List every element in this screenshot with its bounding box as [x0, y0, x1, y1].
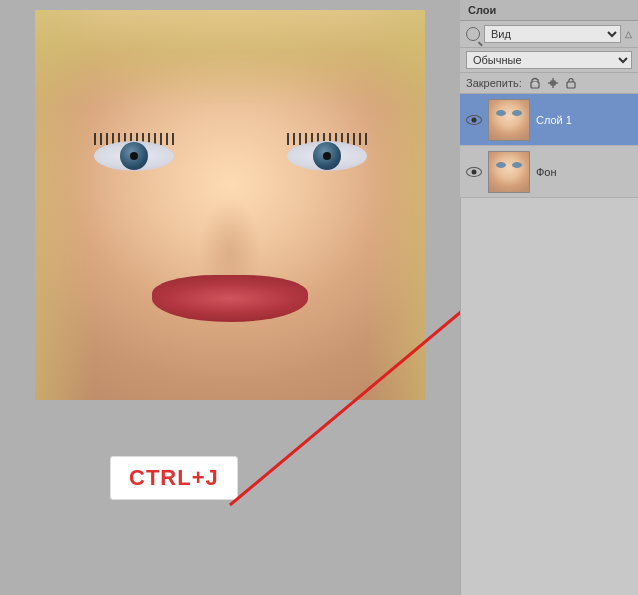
eye-icon-layer-bg: [466, 167, 482, 177]
layer-1-name: Слой 1: [536, 114, 632, 126]
left-eye: [94, 141, 174, 176]
layer-bg-visibility-toggle[interactable]: [466, 166, 482, 178]
layers-header-label: Слои: [468, 4, 496, 16]
layer-row-background[interactable]: Фон: [460, 146, 638, 198]
lips-area: [152, 275, 308, 322]
layer-bg-thumb-face: [489, 152, 529, 192]
photo-container: [35, 10, 425, 400]
layers-search-select[interactable]: Вид: [484, 25, 621, 43]
left-pupil: [120, 142, 148, 170]
hair-left: [35, 10, 94, 400]
lock-position-icon[interactable]: [546, 76, 560, 90]
shortcut-label: CTRL+J: [110, 456, 238, 500]
layer-1-thumb-face: [489, 100, 529, 140]
canvas-area: [0, 0, 460, 595]
layer-bg-thumbnail: [488, 151, 530, 193]
right-pupil: [313, 142, 341, 170]
blend-mode-row: Обычные: [460, 48, 638, 73]
lock-row: Закрепить:: [460, 73, 638, 94]
svg-rect-2: [533, 82, 537, 85]
lock-all-icon[interactable]: [564, 76, 578, 90]
lock-label: Закрепить:: [466, 77, 522, 89]
layer-1-thumb-eyes: [493, 110, 525, 118]
photo-face: [35, 10, 425, 400]
right-eye-white: [287, 141, 367, 171]
eye-icon-layer-1: [466, 115, 482, 125]
lock-pixels-icon[interactable]: [528, 76, 542, 90]
layers-search-row: Вид △: [460, 21, 638, 48]
layer-1-visibility-toggle[interactable]: [466, 114, 482, 126]
layer-row-1[interactable]: Слой 1: [460, 94, 638, 146]
layers-panel: Слои Вид △ Обычные Закрепить:: [460, 0, 638, 198]
hair-right: [367, 10, 426, 400]
layer-bg-thumb-right-eye: [512, 162, 522, 168]
layer-bg-thumb-left-eye: [496, 162, 506, 168]
layer-bg-thumb-eyes: [493, 162, 525, 170]
layer-1-thumb-left-eye: [496, 110, 506, 116]
layer-1-thumb-right-eye: [512, 110, 522, 116]
search-icon: [466, 27, 480, 41]
nose-area: [199, 197, 261, 275]
dropdown-arrow-icon: △: [625, 29, 632, 39]
layer-1-thumbnail: [488, 99, 530, 141]
eyes-area: [94, 119, 367, 197]
left-eye-white: [94, 141, 174, 171]
panels-area: Слои Вид △ Обычные Закрепить:: [460, 0, 638, 595]
lock-icons: [528, 76, 578, 90]
svg-rect-5: [567, 82, 575, 88]
layers-panel-header: Слои: [460, 0, 638, 21]
blend-mode-select[interactable]: Обычные: [466, 51, 632, 69]
layer-bg-name: Фон: [536, 166, 632, 178]
right-eye: [287, 141, 367, 176]
